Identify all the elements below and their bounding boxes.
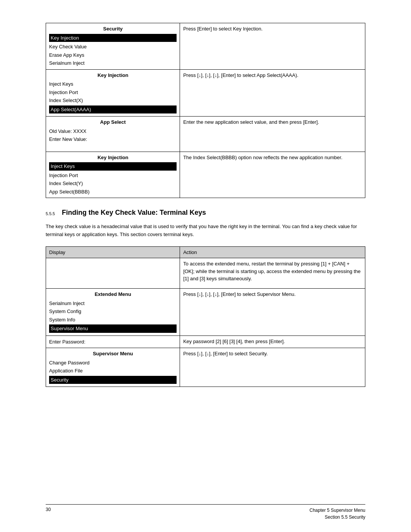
table1-action-cell-1: Press [↓], [↓], [↓], [Enter] to select A… — [180, 69, 365, 117]
table2-item-3-0: Change Password — [49, 359, 177, 367]
table1-display-cell-2: App SelectOld Value: XXXXEnter New Value… — [46, 117, 180, 152]
table2-row-1: Extended MenuSerialnum InjectSystem Conf… — [46, 289, 365, 336]
table1-action-cell-3: The Index Select(BBBB) option now reflec… — [180, 152, 365, 198]
table1-display-cell-0: SecurityKey InjectionKey Check ValueEras… — [46, 23, 180, 70]
table1-item-3-3: App Select(BBBB) — [49, 188, 177, 196]
table2-item-1-2: System Info — [49, 316, 177, 324]
table1-item-2-0: Old Value: XXXX — [49, 127, 177, 136]
table1-item-0-2: Erase App Keys — [49, 51, 177, 59]
table2-display-cell-1: Extended MenuSerialnum InjectSystem Conf… — [46, 289, 180, 336]
table2-item-2-0: Enter Password: — [49, 338, 177, 346]
table1-display-cell-3: Key InjectionInject KeysInjection PortIn… — [46, 152, 180, 198]
section-heading-container: 5.5.5Finding the Key Check Value: Termin… — [46, 209, 365, 217]
section-body: The key check value is a hexadecimal val… — [46, 223, 365, 239]
footer-chapter: Chapter 5 Supervisor Menu — [309, 507, 365, 514]
table2-item-highlight-1-3: Supervisor Menu — [49, 324, 177, 333]
page-number: 30 — [46, 507, 51, 521]
table2-row-0: To access the extended menu, restart the… — [46, 258, 365, 289]
table1-item-highlight-1-3: App Select(AAAA) — [49, 105, 177, 114]
table1-display-cell-1: Key InjectionInject KeysInjection PortIn… — [46, 69, 180, 117]
table1-item-3-2: Index Select(Y) — [49, 179, 177, 188]
table2-action-cell-2: Key password [2] [6] [3] [4], then press… — [180, 335, 365, 348]
table-key-injection: SecurityKey InjectionKey Check ValueEras… — [46, 23, 365, 198]
table1-display-header-2: App Select — [49, 118, 177, 126]
table2-action-cell-3: Press [↓], [↓], [Enter] to select Securi… — [180, 348, 365, 387]
table2-header-row: Display Action — [46, 246, 365, 258]
table2-row-3: Supervisor MenuChange PasswordApplicatio… — [46, 348, 365, 387]
table2-item-highlight-3-2: Security — [49, 376, 177, 384]
table2-action-cell-1: Press [↓], [↓], [↓], [Enter] to select S… — [180, 289, 365, 336]
table2-display-header-3: Supervisor Menu — [49, 350, 177, 358]
section-number: 5.5.5 — [46, 211, 55, 216]
page-footer: 30 Chapter 5 Supervisor Menu Section 5.5… — [46, 504, 365, 521]
table1-row-3: Key InjectionInject KeysInjection PortIn… — [46, 152, 365, 198]
table1-action-cell-2: Enter the new application select value, … — [180, 117, 365, 152]
table1-item-0-1: Key Check Value — [49, 43, 177, 51]
table2-item-1-1: System Config — [49, 307, 177, 316]
footer-right: Chapter 5 Supervisor Menu Section 5.5 Se… — [309, 507, 365, 521]
footer-section: Section 5.5 Security — [309, 514, 365, 521]
table1-item-3-1: Injection Port — [49, 171, 177, 180]
table-key-check: Display Action To access the extended me… — [46, 246, 365, 387]
table2-col1-header: Display — [46, 246, 180, 258]
table2-item-1-0: Serialnum Inject — [49, 299, 177, 308]
table1-display-header-0: Security — [49, 25, 177, 33]
table1-item-highlight-3-0: Inject Keys — [49, 162, 177, 171]
table2-display-cell-3: Supervisor MenuChange PasswordApplicatio… — [46, 348, 180, 387]
table1-display-header-3: Key Injection — [49, 154, 177, 161]
table1-item-2-1: Enter New Value: — [49, 135, 177, 144]
table2-item-3-1: Application File — [49, 367, 177, 375]
table1-item-1-2: Index Select(X) — [49, 96, 177, 105]
table1-row-1: Key InjectionInject KeysInjection PortIn… — [46, 69, 365, 117]
table1-item-highlight-0-0: Key Injection — [49, 34, 177, 42]
table2-display-cell-2: Enter Password: — [46, 335, 180, 348]
table1-row-2: App SelectOld Value: XXXXEnter New Value… — [46, 117, 365, 152]
table1-display-header-1: Key Injection — [49, 72, 177, 79]
table1-row-0: SecurityKey InjectionKey Check ValueEras… — [46, 23, 365, 70]
table2-col2-header: Action — [180, 246, 365, 258]
table1-item-1-0: Inject Keys — [49, 80, 177, 88]
table1-action-cell-0: Press [Enter] to select Key Injection. — [180, 23, 365, 70]
table1-item-0-3: Serialnum Inject — [49, 59, 177, 67]
table2-action-cell-0: To access the extended menu, restart the… — [180, 258, 365, 289]
table1-item-1-1: Injection Port — [49, 88, 177, 97]
table2-display-header-1: Extended Menu — [49, 291, 177, 298]
table2-display-cell-0 — [46, 258, 180, 289]
section-title: Finding the Key Check Value: Terminal Ke… — [62, 209, 206, 216]
table2-row-2: Enter Password:Key password [2] [6] [3] … — [46, 335, 365, 348]
